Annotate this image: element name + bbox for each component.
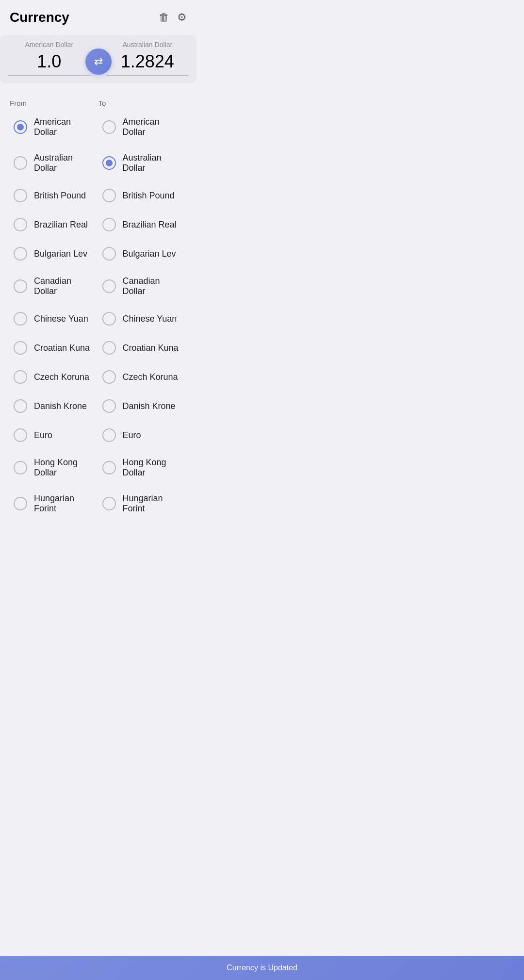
to-radio-btn[interactable] (102, 247, 116, 261)
from-radio-btn[interactable] (14, 497, 27, 510)
from-currency-name: Hong Kong Dollar (34, 457, 95, 478)
from-currency-item[interactable]: Hungarian Forint (10, 487, 98, 521)
from-currency-name: Chinese Yuan (34, 314, 88, 324)
currency-row: Chinese YuanChinese Yuan (4, 304, 193, 333)
from-currency-item[interactable]: Euro (10, 422, 98, 449)
to-radio-btn[interactable] (102, 312, 116, 326)
to-currency-item[interactable]: Hong Kong Dollar (98, 451, 187, 485)
to-currency-name: Euro (123, 430, 141, 441)
to-currency-name: Chinese Yuan (123, 314, 177, 324)
to-currency-item[interactable]: Canadian Dollar (98, 269, 187, 303)
to-currency-name: British Pound (123, 191, 175, 201)
from-value-input[interactable] (8, 51, 91, 76)
from-currency-name: Hungarian Forint (34, 493, 95, 514)
currency-row: Canadian DollarCanadian Dollar (4, 268, 193, 304)
from-currency-name: British Pound (34, 191, 86, 201)
to-card: Australian Dollar (98, 35, 197, 83)
from-radio-btn[interactable] (14, 312, 27, 326)
to-currency-item[interactable]: Croatian Kuna (98, 334, 187, 361)
to-currency-item[interactable]: Czech Koruna (98, 363, 187, 391)
to-currency-item[interactable]: Euro (98, 422, 187, 449)
to-value-input[interactable] (106, 51, 189, 76)
from-currency-item[interactable]: Australian Dollar (10, 146, 98, 180)
currency-row: EuroEuro (4, 421, 193, 450)
to-currency-item[interactable]: Australian Dollar (98, 146, 187, 180)
to-currency-item[interactable]: Hungarian Forint (98, 487, 187, 521)
from-currency-name: Euro (34, 430, 52, 441)
from-currency-item[interactable]: British Pound (10, 182, 98, 209)
to-radio-btn[interactable] (102, 428, 116, 442)
to-currency-name: Hungarian Forint (123, 493, 183, 514)
from-currency-item[interactable]: American Dollar (10, 110, 98, 144)
from-radio-btn[interactable] (14, 156, 27, 170)
from-currency-name: Danish Krone (34, 401, 87, 411)
to-radio-btn[interactable] (102, 370, 116, 384)
to-currency-item[interactable]: Danish Krone (98, 392, 187, 420)
from-currency-item[interactable]: Hong Kong Dollar (10, 451, 98, 485)
to-currency-item[interactable]: Chinese Yuan (98, 305, 187, 332)
currency-row: Brazilian RealBrazilian Real (4, 210, 193, 239)
to-radio-btn[interactable] (102, 497, 116, 510)
to-section-label: To (98, 99, 187, 107)
to-currency-name: Hong Kong Dollar (123, 457, 183, 478)
from-radio-btn[interactable] (14, 247, 27, 261)
converter-section: American Dollar ⇄ Australian Dollar (0, 30, 196, 93)
from-radio-btn[interactable] (14, 341, 27, 355)
from-currency-name: Canadian Dollar (34, 276, 95, 296)
from-radio-btn[interactable] (14, 218, 27, 231)
from-radio-btn[interactable] (14, 370, 27, 384)
from-radio-btn[interactable] (14, 428, 27, 442)
from-currency-item[interactable]: Canadian Dollar (10, 269, 98, 303)
to-currency-name: Czech Koruna (123, 372, 178, 382)
to-radio-btn[interactable] (102, 399, 116, 413)
from-radio-btn[interactable] (14, 189, 27, 202)
to-radio-btn[interactable] (102, 279, 116, 293)
to-currency-label: Australian Dollar (106, 41, 189, 49)
to-currency-item[interactable]: British Pound (98, 182, 187, 209)
currency-list: American DollarAmerican DollarAustralian… (0, 109, 196, 522)
radio-inner (106, 160, 113, 166)
to-currency-item[interactable]: Brazilian Real (98, 211, 187, 238)
swap-button[interactable]: ⇄ (85, 49, 112, 75)
from-radio-btn[interactable] (14, 461, 27, 474)
to-currency-name: Brazilian Real (123, 220, 177, 230)
to-currency-item[interactable]: American Dollar (98, 110, 187, 144)
delete-icon[interactable]: 🗑 (159, 11, 169, 24)
from-currency-item[interactable]: Danish Krone (10, 392, 98, 420)
from-currency-item[interactable]: Croatian Kuna (10, 334, 98, 361)
from-currency-item[interactable]: Bulgarian Lev (10, 240, 98, 267)
currency-row: Bulgarian LevBulgarian Lev (4, 239, 193, 268)
to-radio-btn[interactable] (102, 189, 116, 202)
to-currency-name: Croatian Kuna (123, 343, 179, 353)
to-radio-btn[interactable] (102, 156, 116, 170)
currency-row: Australian DollarAustralian Dollar (4, 145, 193, 181)
from-currency-item[interactable]: Chinese Yuan (10, 305, 98, 332)
currency-row: American DollarAmerican Dollar (4, 109, 193, 145)
to-currency-name: Canadian Dollar (123, 276, 183, 296)
from-currency-name: Croatian Kuna (34, 343, 90, 353)
radio-inner (17, 124, 24, 131)
from-currency-item[interactable]: Brazilian Real (10, 211, 98, 238)
to-currency-name: Australian Dollar (123, 153, 183, 173)
to-currency-item[interactable]: Bulgarian Lev (98, 240, 187, 267)
swap-icon: ⇄ (94, 55, 103, 68)
currency-row: Czech KorunaCzech Koruna (4, 362, 193, 392)
to-radio-btn[interactable] (102, 218, 116, 231)
from-currency-label: American Dollar (8, 41, 91, 49)
from-card: American Dollar (0, 35, 98, 83)
from-radio-btn[interactable] (14, 399, 27, 413)
to-currency-name: Bulgarian Lev (123, 249, 176, 259)
to-radio-btn[interactable] (102, 461, 116, 474)
to-radio-btn[interactable] (102, 120, 116, 134)
from-section-label: From (10, 99, 98, 107)
from-radio-btn[interactable] (14, 120, 27, 134)
currency-row: Danish KroneDanish Krone (4, 392, 193, 421)
from-currency-name: Australian Dollar (34, 153, 95, 173)
currency-row: Croatian KunaCroatian Kuna (4, 333, 193, 362)
to-radio-btn[interactable] (102, 341, 116, 355)
settings-icon[interactable]: ⚙ (177, 11, 187, 24)
from-radio-btn[interactable] (14, 279, 27, 293)
from-currency-item[interactable]: Czech Koruna (10, 363, 98, 391)
from-currency-name: American Dollar (34, 117, 95, 137)
to-currency-name: American Dollar (123, 117, 183, 137)
